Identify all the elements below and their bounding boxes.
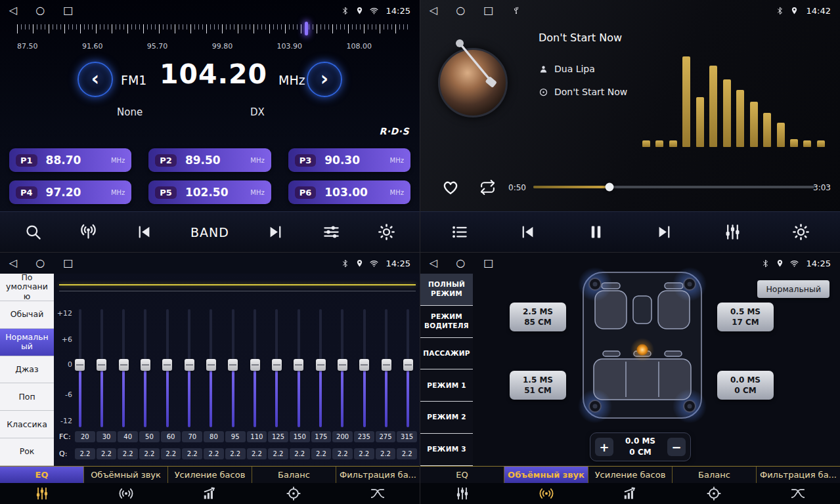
tab-surround-sound[interactable]: Объёмный звук (504, 467, 588, 483)
surround-preset-button[interactable]: Нормальный (757, 280, 829, 298)
slider-handle[interactable] (75, 359, 85, 371)
nav-back-button[interactable]: ◁ (430, 5, 437, 16)
eq-band-slider[interactable] (206, 309, 216, 427)
tab-balance-icon-cell[interactable] (672, 486, 756, 501)
nav-recent-button[interactable]: □ (483, 258, 493, 268)
mode-passenger[interactable]: ПАССАЖИР (420, 338, 473, 370)
eq-band-slider[interactable] (162, 309, 172, 427)
eq-preset-classic[interactable]: Классика (0, 411, 54, 438)
front-left-delay-button[interactable]: 2.5 MS 85 CM (510, 303, 566, 331)
eq-band-slider[interactable] (141, 309, 150, 427)
audio-settings-icon[interactable] (322, 223, 340, 241)
eq-band-slider[interactable] (272, 309, 282, 427)
nav-back-button[interactable]: ◁ (9, 5, 17, 16)
nav-recent-button[interactable]: □ (63, 258, 73, 268)
slider-handle[interactable] (382, 359, 391, 371)
mode-3[interactable]: РЕЖИМ 3 (420, 434, 473, 466)
broadcast-icon[interactable] (79, 223, 97, 241)
next-track-icon[interactable] (655, 223, 673, 241)
tab-filter-icon-cell[interactable] (756, 486, 840, 501)
next-station-icon[interactable] (267, 223, 284, 241)
eq-band-slider[interactable] (359, 309, 369, 427)
slider-handle[interactable] (185, 359, 194, 371)
preset-p6[interactable]: P6 103.00 MHz (288, 180, 410, 204)
tab-bass-boost-icon-cell[interactable] (588, 486, 673, 501)
frequency-ruler[interactable] (17, 24, 411, 41)
tab-eq[interactable]: EQ (420, 467, 504, 483)
tab-balance[interactable]: Баланс (673, 467, 757, 483)
eq-band-slider[interactable] (338, 309, 347, 427)
slider-handle[interactable] (316, 359, 326, 371)
preset-p3[interactable]: P3 90.30 MHz (288, 148, 410, 172)
eq-band-slider[interactable] (97, 309, 106, 427)
album-art[interactable] (436, 46, 510, 119)
tab-bass-boost[interactable]: Усиление басов (168, 467, 252, 483)
slider-handle[interactable] (119, 359, 129, 371)
tab-bass-boost[interactable]: Усиление басов (588, 467, 673, 483)
rear-left-delay-button[interactable]: 1.5 MS 51 CM (510, 371, 566, 400)
eq-preset-normal[interactable]: Нормальный (0, 329, 54, 356)
eq-band-slider[interactable] (185, 309, 194, 427)
slider-handle[interactable] (294, 359, 303, 371)
nav-back-button[interactable]: ◁ (9, 258, 17, 268)
nav-recent-button[interactable]: □ (63, 5, 73, 16)
nav-home-button[interactable]: ○ (35, 5, 45, 16)
previous-station-icon[interactable] (135, 223, 153, 241)
mode-full[interactable]: ПОЛНЫЙ РЕЖИМ (420, 274, 473, 306)
tab-filter-icon-cell[interactable] (336, 486, 420, 501)
tab-filter[interactable]: Фильтрация ба... (336, 467, 420, 483)
slider-handle[interactable] (338, 359, 347, 371)
eq-preset-pop[interactable]: Поп (0, 383, 54, 411)
tab-eq-icon-cell[interactable] (420, 486, 504, 501)
settings-gear-icon[interactable] (378, 223, 395, 241)
rear-right-delay-button[interactable]: 0.0 MS 0 CM (717, 371, 774, 400)
eq-band-slider[interactable] (316, 309, 326, 427)
tab-eq[interactable]: EQ (0, 467, 84, 483)
previous-track-icon[interactable] (519, 223, 537, 241)
eq-band-slider[interactable] (250, 309, 260, 427)
eq-preset-rock[interactable]: Рок (0, 438, 54, 466)
eq-band-slider[interactable] (228, 309, 238, 427)
slider-handle[interactable] (250, 359, 260, 371)
progress-bar[interactable] (533, 186, 814, 188)
eq-band-slider[interactable] (75, 309, 85, 427)
tab-bass-boost-icon-cell[interactable] (168, 486, 252, 501)
front-right-delay-button[interactable]: 0.5 MS 17 CM (717, 303, 774, 331)
mode-driver[interactable]: РЕЖИМ ВОДИТЕЛЯ (420, 306, 473, 338)
tab-surround-sound[interactable]: Объёмный звук (84, 467, 168, 483)
tune-up-button[interactable]: › (307, 62, 342, 97)
nav-back-button[interactable]: ◁ (430, 258, 437, 268)
eq-band-slider[interactable] (294, 309, 303, 427)
preset-p5[interactable]: P5 102.50 MHz (148, 180, 271, 204)
preset-p1[interactable]: P1 88.70 MHz (9, 148, 131, 172)
slider-handle[interactable] (141, 359, 150, 371)
eq-band-slider[interactable] (119, 309, 129, 427)
nav-recent-button[interactable]: □ (483, 5, 493, 16)
eq-preset-custom[interactable]: Обычай (0, 301, 54, 329)
nav-home-button[interactable]: ○ (456, 5, 465, 16)
eq-preset-default[interactable]: По умолчанию (0, 274, 54, 301)
tab-surround-sound-icon-cell[interactable] (504, 486, 588, 501)
eq-preset-jazz[interactable]: Джаз (0, 356, 54, 384)
mode-1[interactable]: РЕЖИМ 1 (420, 369, 473, 402)
nav-home-button[interactable]: ○ (35, 258, 45, 268)
slider-handle[interactable] (359, 359, 369, 371)
settings-gear-icon[interactable] (792, 223, 810, 241)
tab-balance-icon-cell[interactable] (252, 486, 336, 501)
slider-handle[interactable] (162, 359, 172, 371)
equalizer-icon[interactable] (724, 223, 741, 241)
tab-surround-sound-icon-cell[interactable] (84, 486, 168, 501)
slider-handle[interactable] (97, 359, 106, 371)
search-icon[interactable] (24, 223, 42, 241)
slider-handle[interactable] (206, 359, 216, 371)
pause-icon[interactable] (587, 223, 605, 241)
tab-eq-icon-cell[interactable] (0, 486, 84, 501)
progress-knob[interactable] (605, 183, 613, 192)
slider-handle[interactable] (228, 359, 238, 371)
tab-balance[interactable]: Баланс (252, 467, 336, 483)
preset-p2[interactable]: P2 89.50 MHz (148, 148, 271, 172)
eq-band-slider[interactable] (382, 309, 391, 427)
frequency-indicator[interactable] (305, 22, 308, 35)
increase-delay-button[interactable]: + (595, 438, 613, 456)
slider-handle[interactable] (403, 359, 413, 371)
